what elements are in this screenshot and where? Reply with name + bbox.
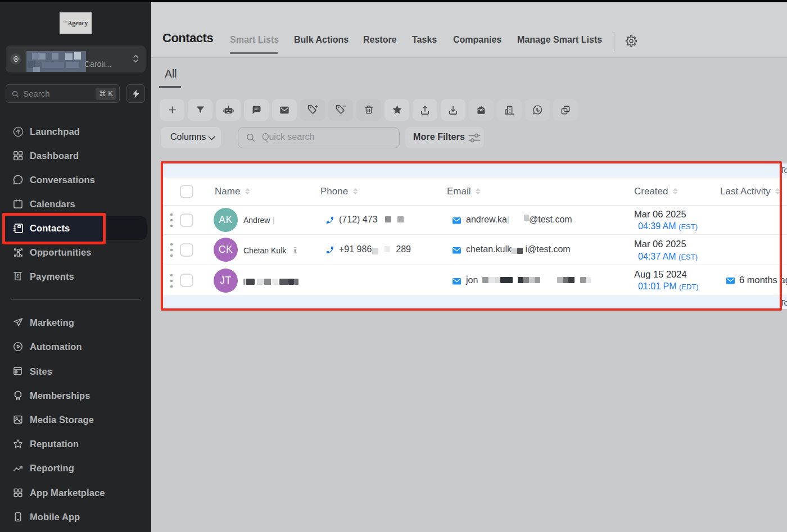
svg-text:$: $	[16, 273, 19, 279]
